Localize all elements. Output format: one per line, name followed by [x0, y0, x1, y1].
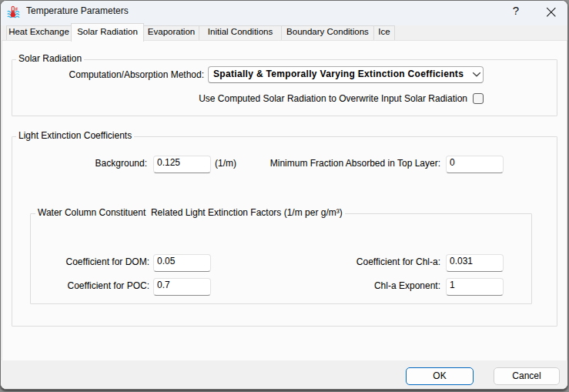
svg-text:F: F: [15, 7, 18, 12]
